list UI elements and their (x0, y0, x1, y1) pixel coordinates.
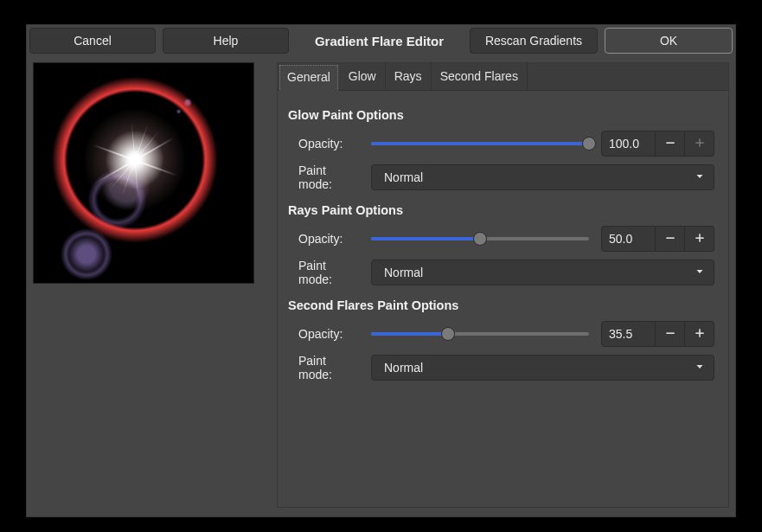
second-flares-paint-options-group: Second Flares Paint Options Opacity: (288, 298, 714, 381)
dialog-body: General Glow Rays Second Flares Glow Pai… (27, 62, 735, 514)
group-title-rays: Rays Paint Options (288, 203, 714, 217)
glow-opacity-decrement[interactable] (656, 131, 685, 157)
glow-opacity-increment (685, 131, 714, 157)
second-paint-mode-select[interactable]: Normal (371, 355, 714, 381)
slider-thumb[interactable] (473, 232, 487, 246)
glow-opacity-slider[interactable] (371, 135, 589, 152)
second-opacity-increment[interactable] (685, 321, 714, 347)
select-value: Normal (384, 266, 423, 279)
glow-opacity-spin (601, 131, 714, 157)
preview-ray (126, 65, 144, 254)
glow-paint-options-group: Glow Paint Options Opacity: (288, 108, 714, 191)
dialog-panel: Cancel Help Gradient Flare Editor Rescan… (26, 24, 736, 517)
svg-rect-6 (666, 332, 674, 334)
slider-fill (371, 332, 448, 336)
rays-paint-mode-select[interactable]: Normal (371, 260, 714, 285)
plus-icon (694, 137, 706, 151)
settings-column: General Glow Rays Second Flares Glow Pai… (277, 62, 729, 508)
rays-opacity-spin (601, 226, 714, 252)
chevron-down-icon (695, 170, 705, 184)
preview-ray (102, 70, 168, 249)
ok-button[interactable]: OK (605, 28, 733, 54)
help-button[interactable]: Help (163, 28, 289, 54)
dialog-toolbar: Cancel Help Gradient Flare Editor Rescan… (27, 25, 735, 62)
rays-opacity-decrement[interactable] (656, 226, 685, 252)
row-second-opacity: Opacity: (288, 321, 714, 347)
cancel-button[interactable]: Cancel (29, 28, 156, 54)
tab-general[interactable]: General (279, 65, 338, 91)
second-opacity-input[interactable] (601, 321, 656, 347)
group-title-second-flares: Second Flares Paint Options (288, 298, 714, 312)
second-opacity-decrement[interactable] (656, 321, 685, 347)
chevron-down-icon (695, 266, 705, 279)
glow-paint-mode-select[interactable]: Normal (371, 164, 714, 190)
row-glow-paint-mode: Paint mode: Normal (288, 163, 714, 191)
slider-thumb[interactable] (582, 137, 596, 151)
label-opacity: Opacity: (288, 232, 359, 246)
row-rays-paint-mode: Paint mode: Normal (288, 259, 714, 286)
select-value: Normal (384, 170, 423, 184)
slider-fill (371, 142, 589, 145)
slider-thumb[interactable] (441, 327, 455, 341)
rays-opacity-slider[interactable] (371, 230, 589, 247)
second-opacity-spin (601, 321, 714, 347)
tab-second-flares[interactable]: Second Flares (432, 63, 528, 90)
group-title-glow: Glow Paint Options (288, 108, 714, 122)
rays-opacity-input[interactable] (601, 226, 656, 252)
tab-rays[interactable]: Rays (386, 63, 432, 90)
label-paint-mode: Paint mode: (288, 354, 359, 381)
glow-opacity-input[interactable] (601, 131, 656, 157)
label-paint-mode: Paint mode: (288, 163, 359, 191)
minus-icon (664, 232, 676, 247)
second-opacity-slider[interactable] (371, 325, 589, 343)
svg-rect-2 (699, 138, 701, 146)
row-rays-opacity: Opacity: (288, 226, 714, 252)
select-value: Normal (384, 361, 423, 375)
svg-rect-0 (666, 142, 674, 144)
svg-rect-8 (699, 329, 701, 337)
slider-fill (371, 237, 480, 240)
tab-glow[interactable]: Glow (340, 63, 386, 90)
rescan-gradients-button[interactable]: Rescan Gradients (470, 28, 598, 54)
rays-paint-options-group: Rays Paint Options Opacity: (288, 203, 714, 286)
chevron-down-icon (695, 361, 705, 375)
flare-preview (33, 62, 254, 284)
settings-pane: Glow Paint Options Opacity: (278, 91, 728, 402)
minus-icon (664, 137, 676, 151)
svg-rect-5 (699, 234, 701, 241)
preview-ray (74, 87, 196, 233)
label-opacity: Opacity: (288, 137, 359, 151)
preview-column (33, 62, 266, 508)
svg-rect-3 (666, 237, 674, 239)
dialog-title: Gradient Flare Editor (296, 34, 463, 48)
label-opacity: Opacity: (288, 327, 359, 341)
plus-icon (694, 232, 706, 247)
row-glow-opacity: Opacity: (288, 131, 714, 157)
row-second-paint-mode: Paint mode: Normal (288, 354, 714, 381)
tab-bar: General Glow Rays Second Flares (278, 63, 728, 91)
plus-icon (694, 327, 706, 342)
rays-opacity-increment[interactable] (685, 226, 714, 252)
label-paint-mode: Paint mode: (288, 259, 359, 286)
minus-icon (664, 327, 676, 342)
